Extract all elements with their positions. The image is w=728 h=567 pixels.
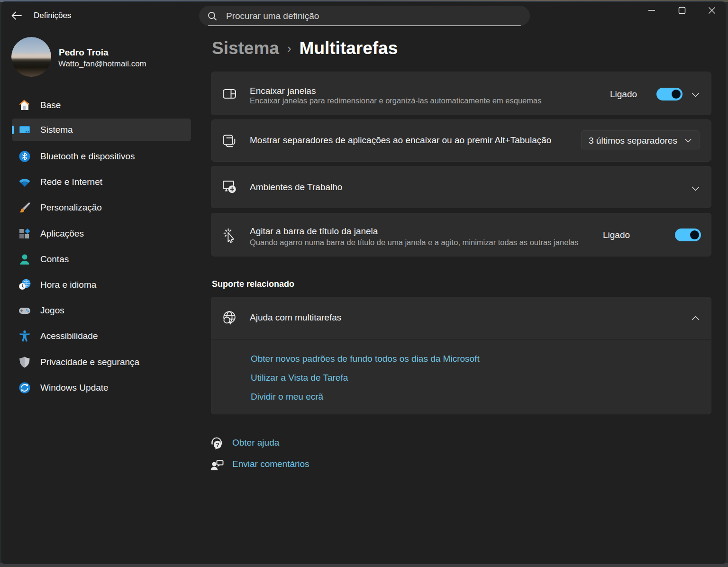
- svg-text:?: ?: [216, 442, 219, 448]
